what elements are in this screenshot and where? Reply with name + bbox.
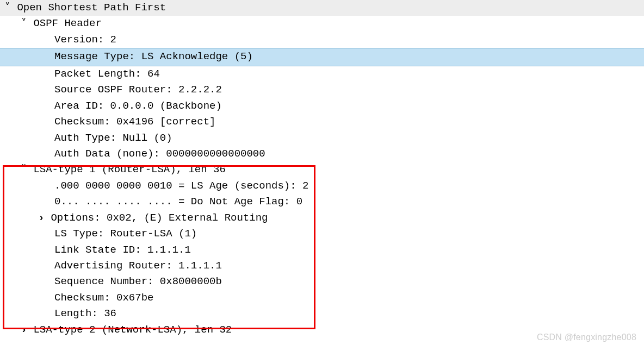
header-label: OSPF Header xyxy=(33,17,101,29)
field-auth-type: Auth Type: Null (0) xyxy=(54,132,172,144)
tree-row-ospf-header[interactable]: OSPF Header xyxy=(0,16,644,32)
chevron-right-icon xyxy=(38,210,45,226)
field-options: Options: 0x02, (E) External Routing xyxy=(51,212,268,224)
chevron-down-icon xyxy=(4,0,11,16)
protocol-label: Open Shortest Path First xyxy=(17,2,166,14)
tree-row-sequence-number[interactable]: Sequence Number: 0x8000000b xyxy=(0,274,644,290)
field-checksum: Checksum: 0x4196 [correct] xyxy=(54,116,215,128)
tree-row-link-state-id[interactable]: Link State ID: 1.1.1.1 xyxy=(0,242,644,258)
tree-row-lsa-checksum[interactable]: Checksum: 0x67be xyxy=(0,290,644,306)
watermark: CSDN @fengxingzhe008 xyxy=(537,331,636,344)
field-area-id: Area ID: 0.0.0.0 (Backbone) xyxy=(54,100,222,112)
tree-row-options[interactable]: Options: 0x02, (E) External Routing xyxy=(0,210,644,226)
tree-row-protocol[interactable]: Open Shortest Path First xyxy=(0,0,644,16)
field-auth-data: Auth Data (none): 0000000000000000 xyxy=(54,148,265,160)
tree-row-auth-data[interactable]: Auth Data (none): 0000000000000000 xyxy=(0,146,644,162)
lsa2-label: LSA-type 2 (Network-LSA), len 32 xyxy=(33,324,232,336)
tree-row-ls-type[interactable]: LS Type: Router-LSA (1) xyxy=(0,226,644,242)
field-packet-length: Packet Length: 64 xyxy=(54,68,160,80)
chevron-down-icon xyxy=(21,16,27,32)
field-ls-type: LS Type: Router-LSA (1) xyxy=(54,228,197,240)
tree-row-message-type[interactable]: Message Type: LS Acknowledge (5) xyxy=(0,48,644,66)
tree-row-source-router[interactable]: Source OSPF Router: 2.2.2.2 xyxy=(0,82,644,98)
field-version: Version: 2 xyxy=(54,34,116,46)
field-sequence-number: Sequence Number: 0x8000000b xyxy=(54,275,222,287)
field-ls-age: .000 0000 0000 0010 = LS Age (seconds): … xyxy=(54,180,308,192)
chevron-right-icon xyxy=(21,322,27,338)
tree-row-version[interactable]: Version: 2 xyxy=(0,32,644,48)
tree-row-lsa-type-1[interactable]: LSA-type 1 (Router-LSA), len 36 xyxy=(0,162,644,178)
field-do-not-age: 0... .... .... .... = Do Not Age Flag: 0 xyxy=(54,196,302,208)
field-message-type: Message Type: LS Acknowledge (5) xyxy=(54,51,253,62)
field-link-state-id: Link State ID: 1.1.1.1 xyxy=(54,244,191,256)
tree-row-area-id[interactable]: Area ID: 0.0.0.0 (Backbone) xyxy=(0,98,644,114)
tree-row-lsa-length[interactable]: Length: 36 xyxy=(0,306,644,322)
field-source-router: Source OSPF Router: 2.2.2.2 xyxy=(54,84,222,96)
tree-row-packet-length[interactable]: Packet Length: 64 xyxy=(0,66,644,82)
field-lsa-checksum: Checksum: 0x67be xyxy=(54,292,153,304)
tree-row-ls-age[interactable]: .000 0000 0000 0010 = LS Age (seconds): … xyxy=(0,178,644,194)
field-advertising-router: Advertising Router: 1.1.1.1 xyxy=(54,260,222,272)
lsa1-label: LSA-type 1 (Router-LSA), len 36 xyxy=(33,164,225,175)
tree-row-advertising-router[interactable]: Advertising Router: 1.1.1.1 xyxy=(0,258,644,274)
tree-row-auth-type[interactable]: Auth Type: Null (0) xyxy=(0,130,644,146)
field-lsa-length: Length: 36 xyxy=(54,308,116,319)
chevron-down-icon xyxy=(21,162,27,178)
tree-row-do-not-age[interactable]: 0... .... .... .... = Do Not Age Flag: 0 xyxy=(0,194,644,210)
tree-row-checksum[interactable]: Checksum: 0x4196 [correct] xyxy=(0,114,644,130)
